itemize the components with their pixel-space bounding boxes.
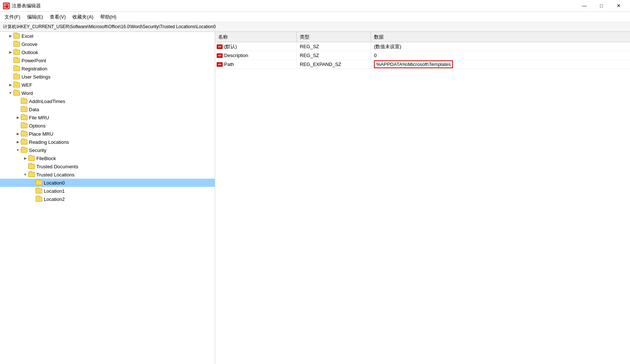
window-title: 注册表编辑器 [12,3,41,9]
menu-file[interactable]: 文件(F) [1,13,23,21]
tree-item-location2[interactable]: Location2 [0,195,215,203]
folder-icon-security [21,148,27,153]
expander-location0 [30,180,36,186]
folder-icon-registration [13,66,20,71]
label-location0: Location0 [44,180,65,186]
tree-item-addinloadtimes[interactable]: AddInLoadTimes [0,97,215,105]
ab-icon-description: ab [217,53,223,58]
folder-icon-powerpoint [13,58,20,63]
label-trusted-documents: Trusted Documents [36,164,78,169]
label-word: Word [22,90,33,96]
expander-user-settings [7,74,13,80]
tree-item-fileblock[interactable]: FileBlock [0,154,215,162]
tree-item-registration[interactable]: Registration [0,64,215,73]
label-registration: Registration [22,66,47,72]
tree-item-placemru[interactable]: Place MRU [0,130,215,138]
tree-scroll[interactable]: Excel Groove Outlook PowerPoint [0,32,215,364]
label-outlook: Outlook [22,50,38,55]
expander-fileblock [22,155,28,161]
close-button[interactable]: ✕ [610,0,627,11]
reg-name-label-default: (默认) [224,43,237,50]
reg-name-path: ab Path [215,60,297,69]
folder-icon-data [21,107,27,112]
reg-row-path[interactable]: ab Path REG_EXPAND_SZ %APPDATA%\Microsof… [215,60,630,69]
expander-location2 [30,196,36,202]
tree-item-outlook[interactable]: Outlook [0,48,215,56]
expander-trusted-locations [22,172,28,178]
expander-word [7,90,13,96]
reg-name-default: ab (默认) [215,42,297,51]
folder-icon-addinloadtimes [21,99,27,104]
maximize-button[interactable]: □ [593,0,610,11]
tree-item-word[interactable]: Word [0,89,215,97]
expander-wef [7,82,13,88]
reg-data-description: 0 [371,51,630,60]
tree-item-reading-locations[interactable]: Reading Locations [0,138,215,146]
label-user-settings: User Settings [22,74,50,80]
folder-icon-user-settings [13,74,20,79]
reg-type-path: REG_EXPAND_SZ [297,60,371,69]
menu-help[interactable]: 帮助(H) [97,13,119,21]
expander-reading-locations [15,139,21,145]
reg-data-default: (数值未设置) [371,42,630,51]
tree-item-location0[interactable]: Location0 [0,179,215,187]
folder-icon-groove [13,42,20,47]
tree-panel: Excel Groove Outlook PowerPoint [0,32,215,364]
folder-icon-location0 [36,180,42,185]
folder-icon-placemru [21,131,27,136]
expander-groove [7,41,13,47]
reg-data-path: %APPDATA%\Microsoft\Templates [371,60,630,69]
folder-icon-fileblock [28,156,35,161]
registry-header: 名称 类型 数据 [215,32,630,42]
menu-favorites[interactable]: 收藏夹(A) [69,13,96,21]
folder-icon-outlook [13,50,20,55]
breadcrumb: 计算机\HKEY_CURRENT_USER\Software\Microsoft… [0,22,630,32]
tree-item-trusted-locations[interactable]: Trusted Locations [0,171,215,179]
reg-row-default[interactable]: ab (默认) REG_SZ (数值未设置) [215,42,630,51]
tree-item-location1[interactable]: Location1 [0,187,215,195]
label-security: Security [29,148,46,153]
tree-item-user-settings[interactable]: User Settings [0,73,215,81]
folder-icon-options [21,123,27,128]
folder-icon-excel [13,33,20,39]
expander-trusted-documents [22,163,28,169]
title-bar-left: 注册表编辑器 [3,3,41,9]
ab-icon-default: ab [217,44,223,49]
label-placemru: Place MRU [29,131,53,137]
tree-item-security[interactable]: Security [0,146,215,154]
label-trusted-locations: Trusted Locations [36,172,75,178]
reg-data-path-value: %APPDATA%\Microsoft\Templates [374,60,453,68]
minimize-button[interactable]: — [576,0,593,11]
reg-name-label-path: Path [224,62,234,67]
label-location1: Location1 [44,188,65,194]
folder-icon-trusted-documents [28,164,35,169]
expander-powerpoint [7,57,13,63]
right-panel: 名称 类型 数据 ab (默认) REG_SZ (数值未设置) ab Descr… [215,32,630,364]
label-data: Data [29,107,39,112]
folder-icon-reading-locations [21,139,27,145]
menu-edit[interactable]: 编辑(E) [24,13,46,21]
label-location2: Location2 [44,196,65,202]
label-groove: Groove [22,42,37,47]
tree-item-excel[interactable]: Excel [0,32,215,40]
folder-icon-location1 [36,188,42,193]
tree-item-filemru[interactable]: File MRU [0,113,215,122]
label-wef: WEF [22,82,32,88]
tree-item-powerpoint[interactable]: PowerPoint [0,56,215,64]
reg-row-description[interactable]: ab Description REG_SZ 0 [215,51,630,60]
folder-icon-filemru [21,115,27,120]
expander-outlook [7,49,13,55]
tree-item-wef[interactable]: WEF [0,81,215,89]
tree-item-groove[interactable]: Groove [0,40,215,48]
expander-security [15,147,21,153]
svg-rect-0 [4,4,9,8]
folder-icon-trusted-locations [28,172,35,177]
tree-item-data[interactable]: Data [0,105,215,113]
app-icon [3,3,10,9]
tree-item-options[interactable]: Options [0,122,215,130]
window-controls: — □ ✕ [576,0,627,11]
menu-view[interactable]: 查看(V) [47,13,69,21]
tree-item-trusted-documents[interactable]: Trusted Documents [0,162,215,171]
expander-registration [7,66,13,72]
label-powerpoint: PowerPoint [22,58,46,63]
